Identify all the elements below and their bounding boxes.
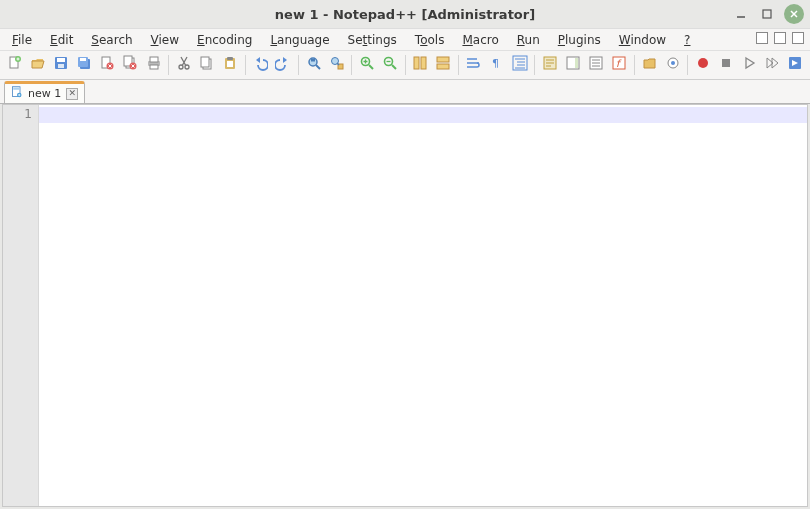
save-file-button[interactable] [50, 54, 71, 76]
toolbar-separator [298, 55, 299, 75]
cut-icon [176, 55, 192, 75]
menu-window[interactable]: Window [611, 31, 674, 49]
replace-button[interactable] [326, 54, 347, 76]
svg-rect-7 [57, 58, 65, 62]
maximize-button[interactable] [758, 5, 776, 23]
replace-icon [329, 55, 345, 75]
function-list-button[interactable]: f [609, 54, 630, 76]
menu-plugins[interactable]: Plugins [550, 31, 609, 49]
svg-rect-19 [150, 65, 158, 69]
close-all-icon [122, 55, 138, 75]
tab-bar: new 1 ✕ [0, 80, 810, 104]
menu-tools[interactable]: Tools [407, 31, 453, 49]
stop-macro-button[interactable] [715, 54, 736, 76]
svg-rect-18 [150, 57, 158, 62]
doc-list-button[interactable] [586, 54, 607, 76]
svg-rect-25 [227, 57, 233, 60]
cut-button[interactable] [173, 54, 194, 76]
text-area[interactable] [39, 105, 807, 506]
copy-button[interactable] [196, 54, 217, 76]
paste-button[interactable] [220, 54, 241, 76]
record-macro-button[interactable] [692, 54, 713, 76]
menu-edit[interactable]: Edit [42, 31, 81, 49]
restore-box-icon[interactable] [756, 32, 768, 44]
open-file-icon [30, 55, 46, 75]
zoom-out-button[interactable] [379, 54, 400, 76]
svg-text:¶: ¶ [492, 57, 499, 70]
doc-map-button[interactable] [562, 54, 583, 76]
menu-encoding[interactable]: Encoding [189, 31, 260, 49]
undo-button[interactable] [250, 54, 271, 76]
toolbar: ¶f [0, 50, 810, 80]
open-file-button[interactable] [27, 54, 48, 76]
svg-point-47 [698, 58, 708, 68]
indent-guide-icon [512, 55, 528, 75]
close-file-button[interactable] [97, 54, 118, 76]
restore-box-icon[interactable] [774, 32, 786, 44]
svg-point-20 [179, 65, 183, 69]
current-line-highlight [39, 107, 807, 123]
word-wrap-button[interactable] [463, 54, 484, 76]
svg-rect-8 [58, 64, 64, 68]
new-file-icon [7, 55, 23, 75]
app-window: new 1 - Notepad++ [Administrator] File E… [0, 0, 810, 509]
file-icon [11, 86, 23, 101]
window-title: new 1 - Notepad++ [Administrator] [275, 7, 535, 22]
menu-help[interactable]: ? [676, 31, 698, 49]
udl-dialog-icon [542, 55, 558, 75]
close-button[interactable] [784, 4, 804, 24]
svg-rect-11 [80, 58, 86, 61]
svg-rect-34 [421, 57, 426, 69]
sync-h-icon [435, 55, 451, 75]
menu-file[interactable]: File [4, 31, 40, 49]
folder-workspace-icon [642, 55, 658, 75]
tab-new-1[interactable]: new 1 ✕ [4, 81, 85, 103]
play-multi-icon [764, 55, 780, 75]
minimize-button[interactable] [732, 5, 750, 23]
word-wrap-icon [465, 55, 481, 75]
tab-close-icon[interactable]: ✕ [66, 88, 78, 100]
save-all-button[interactable] [74, 54, 95, 76]
restore-box-icon[interactable] [792, 32, 804, 44]
zoom-in-icon [359, 55, 375, 75]
menu-run[interactable]: Run [509, 31, 548, 49]
menu-search[interactable]: Search [83, 31, 140, 49]
sync-v-button[interactable] [410, 54, 431, 76]
svg-point-21 [185, 65, 189, 69]
sync-h-button[interactable] [433, 54, 454, 76]
menu-settings[interactable]: Settings [340, 31, 405, 49]
toolbar-separator [534, 55, 535, 75]
titlebar: new 1 - Notepad++ [Administrator] [0, 0, 810, 28]
redo-icon [275, 55, 291, 75]
play-macro-icon [741, 55, 757, 75]
doc-list-icon [588, 55, 604, 75]
play-macro-button[interactable] [739, 54, 760, 76]
tab-label: new 1 [28, 87, 61, 100]
undo-icon [252, 55, 268, 75]
save-all-icon [76, 55, 92, 75]
new-file-button[interactable] [4, 54, 25, 76]
print-button[interactable] [143, 54, 164, 76]
redo-button[interactable] [273, 54, 294, 76]
folder-workspace-button[interactable] [639, 54, 660, 76]
svg-rect-28 [311, 59, 315, 62]
svg-rect-36 [437, 64, 449, 69]
close-all-button[interactable] [120, 54, 141, 76]
zoom-in-button[interactable] [356, 54, 377, 76]
svg-rect-1 [763, 10, 771, 18]
find-button[interactable] [303, 54, 324, 76]
toolbar-separator [458, 55, 459, 75]
save-macro-icon [787, 55, 803, 75]
monitoring-button[interactable] [662, 54, 683, 76]
indent-guide-button[interactable] [509, 54, 530, 76]
menu-view[interactable]: View [143, 31, 187, 49]
svg-rect-35 [437, 57, 449, 62]
save-macro-button[interactable] [785, 54, 806, 76]
print-icon [146, 55, 162, 75]
udl-dialog-button[interactable] [539, 54, 560, 76]
line-number-gutter: 1 [3, 105, 39, 506]
show-all-chars-button[interactable]: ¶ [486, 54, 507, 76]
play-multi-button[interactable] [762, 54, 783, 76]
menu-language[interactable]: Language [262, 31, 337, 49]
menu-macro[interactable]: Macro [454, 31, 506, 49]
